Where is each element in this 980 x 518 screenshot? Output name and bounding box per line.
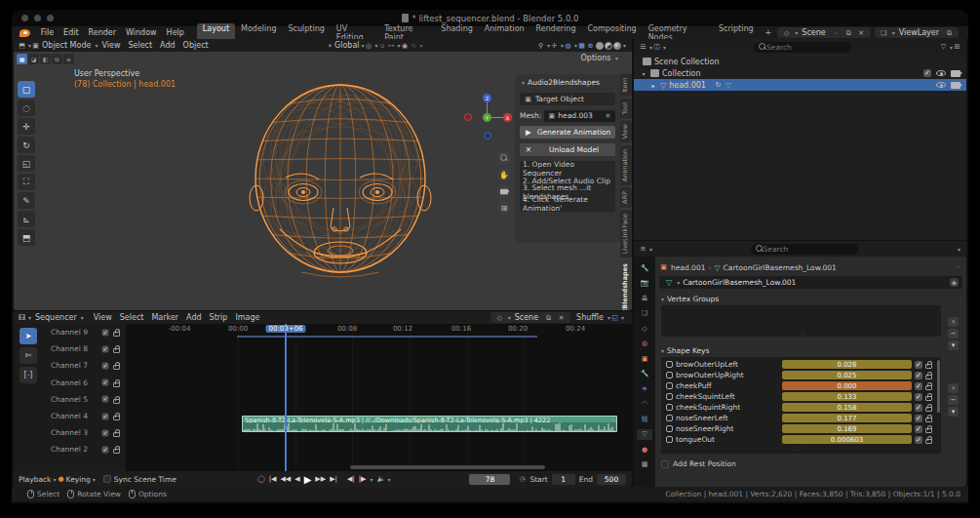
shape-key-checkbox[interactable]: ✓ <box>915 382 922 390</box>
viewport-mode-toggle-icon[interactable]: ▦ <box>17 54 27 64</box>
channel-lock-icon[interactable] <box>113 432 120 437</box>
playhead[interactable] <box>285 324 287 471</box>
collection-checkbox[interactable]: ✓ <box>923 69 931 77</box>
viewlayer-properties-tab[interactable]: ❏ <box>637 308 652 319</box>
shape-key-value-slider[interactable]: 0.025 <box>782 371 912 379</box>
shape-key-name[interactable]: tongueOut <box>676 435 779 444</box>
mesh-selector[interactable]: ▣ head.003 ✕ <box>544 110 615 122</box>
zoom-view-icon[interactable] <box>497 151 511 165</box>
shape-key-row[interactable]: cheekSquintLeft 0.133 ✓ <box>663 391 935 402</box>
remove-shape-key-button[interactable]: − <box>948 395 959 405</box>
shape-key-checkbox[interactable]: ✓ <box>915 361 922 369</box>
overlays-toggle-icon[interactable]: ◍ <box>564 41 572 50</box>
vertex-groups-list[interactable]: ∷ <box>661 305 941 337</box>
scale-tool-icon[interactable]: ◱ <box>18 155 35 172</box>
shape-key-row[interactable]: noseSneerRight 0.169 ✓ <box>663 423 935 434</box>
shape-key-checkbox[interactable]: ✓ <box>915 393 922 401</box>
channel-mute-checkbox[interactable]: ✓ <box>102 413 109 419</box>
collection-row[interactable]: ▾ Collection ✓ <box>634 67 966 79</box>
menu-item[interactable]: Help <box>162 28 189 37</box>
channel-lock-icon[interactable] <box>113 332 120 337</box>
shape-keys-scrollbar[interactable] <box>937 360 940 413</box>
shape-key-specials-icon[interactable]: ▾ <box>948 407 959 417</box>
pan-view-icon[interactable]: ✋ <box>497 168 511 181</box>
shape-key-value-slider[interactable]: 0.026 <box>782 360 912 369</box>
current-frame-field[interactable]: 78 <box>469 474 510 485</box>
clear-mesh-icon[interactable]: ✕ <box>604 111 612 120</box>
shape-key-name[interactable]: browOuterUpLeft <box>676 360 779 369</box>
editor-type-icon[interactable]: 🎞 <box>18 313 26 322</box>
channel-row[interactable]: Channel 4 ✓ <box>43 408 126 424</box>
shape-key-name[interactable]: noseSneerLeft <box>676 414 779 422</box>
tool-properties-tab[interactable]: 🔧 <box>637 262 652 273</box>
shape-key-lock-icon[interactable] <box>925 428 932 433</box>
sequencer-view-dropdown[interactable]: Sequencer <box>35 313 77 322</box>
editor-type-icon[interactable]: ≡ <box>639 245 647 254</box>
end-frame-field[interactable]: 500 <box>597 474 626 485</box>
add-workspace-button[interactable]: + <box>760 27 778 38</box>
channel-mute-checkbox[interactable]: ✓ <box>102 396 109 403</box>
output-properties-tab[interactable]: 🖶 <box>637 293 652 303</box>
viewport-options-dropdown[interactable]: Options ▾ <box>581 54 618 62</box>
add-primitive-tool-icon[interactable]: ⬒ <box>18 229 35 246</box>
sync-scene-time-checkbox[interactable] <box>103 475 111 483</box>
gizmo-y-axis[interactable]: Y <box>483 113 491 122</box>
constraints-properties-tab[interactable]: ⛓ <box>637 414 652 424</box>
sidebar-tab[interactable]: Tool <box>620 99 632 119</box>
shape-keys-panel-header[interactable]: ▾ Shape Keys ∷ <box>655 344 966 356</box>
copy-icon[interactable]: ⧉ <box>544 313 553 322</box>
object-data-properties-tab[interactable]: ▽ <box>637 429 652 440</box>
shape-key-value-slider[interactable]: 0.177 <box>782 414 912 422</box>
menu-item[interactable]: Window <box>121 28 162 37</box>
sound-tool-icon[interactable]: [⋅] <box>20 367 37 383</box>
viewport-canvas[interactable]: ▦ ◪ ◧ ⧉ ⧇ Options ▾ User Perspective (78… <box>14 52 632 310</box>
shape-key-value-slider[interactable]: 0.133 <box>782 392 912 401</box>
close-icon[interactable]: ✕ <box>857 28 866 37</box>
breadcrumb-object[interactable]: head.001 <box>671 263 705 272</box>
shape-key-row[interactable]: browOuterUpRight 0.025 ✓ <box>663 370 935 380</box>
visibility-filter-icon[interactable]: ⚲ <box>536 41 545 50</box>
shape-key-lock-icon[interactable] <box>925 364 932 369</box>
copy-icon[interactable]: ⧉ <box>844 28 853 37</box>
viewport-mode-toggle-icon[interactable]: ◪ <box>28 54 39 64</box>
scene-selector[interactable]: ◇▾ Scene ◦ ⧉ ✕ <box>777 27 870 38</box>
channel-row[interactable]: Channel 3 ✓ <box>43 424 126 441</box>
sequencer-scene-selector[interactable]: ◇▾ Scene ⧉ ✕ <box>490 312 570 323</box>
channel-mute-checkbox[interactable]: ✓ <box>102 447 109 454</box>
shape-key-value-slider[interactable]: 0.000 <box>782 381 912 390</box>
pin-icon[interactable]: ◦ <box>832 28 841 37</box>
measure-tool-icon[interactable]: ⊾ <box>18 211 35 227</box>
gizmo-z-negative[interactable] <box>484 132 491 139</box>
viewport-menu-item[interactable]: View <box>98 41 124 50</box>
gizmo-z-axis[interactable]: Z <box>483 94 491 102</box>
sidebar-tab[interactable]: ARP <box>620 187 632 208</box>
perspective-toggle-icon[interactable]: ⊞ <box>497 201 511 215</box>
unload-model-button[interactable]: ✕ Unload Model <box>520 143 615 156</box>
object-row-head001[interactable]: ▸ ▽ head.001 ↻ ▽ <box>634 79 966 91</box>
gizmo-toggle-icon[interactable]: ✛ <box>550 41 559 50</box>
channel-lock-icon[interactable] <box>113 399 120 404</box>
options-dropdown-icon[interactable]: ▾ <box>958 246 960 253</box>
channel-lock-icon[interactable] <box>113 382 120 387</box>
falloff-icon[interactable]: ∿ <box>410 41 418 50</box>
particles-properties-tab[interactable]: ✳ <box>637 383 652 394</box>
xray-toggle-icon[interactable]: ▦ <box>577 41 586 50</box>
menu-item[interactable]: Edit <box>59 28 84 37</box>
viewport-menu-item[interactable]: Add <box>156 41 179 50</box>
world-properties-tab[interactable]: ◍ <box>637 339 652 349</box>
channel-row[interactable]: Channel 9 ✓ <box>43 324 126 340</box>
sequencer-menu-item[interactable]: Strip <box>206 313 232 322</box>
object-properties-tab[interactable]: ▣ <box>637 353 652 364</box>
channel-mute-checkbox[interactable]: ✓ <box>102 363 109 370</box>
sequencer-menu-item[interactable]: Image <box>231 313 263 322</box>
sidebar-tab[interactable]: Audio2Blendshapes <box>620 259 632 310</box>
gizmo-x-negative[interactable] <box>464 113 472 121</box>
shape-keys-list[interactable]: browOuterUpLeft 0.026 ✓ browOuterUpRight… <box>661 357 941 454</box>
filter-icon[interactable]: ▽ <box>939 43 948 52</box>
vertex-group-specials-icon[interactable]: ▾ <box>948 340 959 350</box>
outliner-search[interactable] <box>754 42 851 53</box>
shading-wireframe-icon[interactable]: ⊕ <box>586 41 595 50</box>
remove-vertex-group-button[interactable]: − <box>948 329 959 339</box>
sequencer-menu-item[interactable]: Add <box>182 313 206 322</box>
generate-animation-button[interactable]: ▶ Generate Animation <box>520 126 615 139</box>
